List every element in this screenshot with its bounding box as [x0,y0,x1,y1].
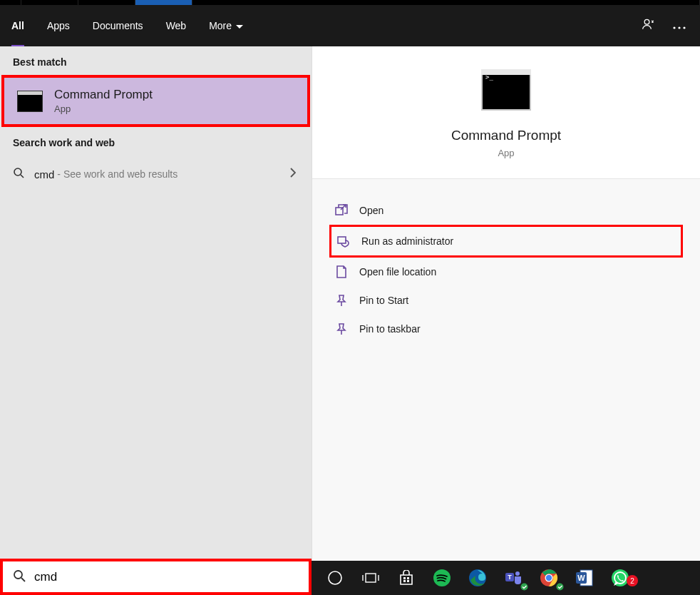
svg-point-24 [515,571,520,576]
window-top-strip [0,0,700,5]
search-header: All Apps Documents Web More [0,5,700,46]
action-pin-taskbar[interactable]: Pin to taskbar [329,315,683,343]
tab-more[interactable]: More [197,5,254,46]
taskbar-edge-icon[interactable] [460,564,495,592]
taskbar-spotify-icon[interactable] [424,564,460,592]
taskbar-cortana-icon[interactable] [317,564,353,592]
svg-point-12 [329,571,341,584]
taskbar-chrome-icon[interactable] [531,564,567,592]
search-icon [13,569,26,585]
svg-point-1 [673,26,675,29]
svg-rect-18 [403,580,406,582]
tab-web[interactable]: Web [155,5,198,46]
search-work-web-label: Search work and web [0,127,312,156]
svg-rect-17 [407,577,409,579]
action-run-as-admin[interactable]: Run as administrator [329,225,683,258]
action-run-as-admin-label: Run as administrator [361,235,453,247]
search-web-row[interactable]: cmd - See work and web results [0,156,312,193]
svg-text:W: W [577,574,585,582]
svg-point-3 [683,26,685,29]
preview-subtitle: App [312,148,700,158]
action-open-label: Open [359,205,384,216]
svg-line-5 [21,175,24,178]
more-options-icon[interactable] [673,19,686,32]
action-open-location-label: Open file location [359,266,436,278]
results-panel: Best match Command Prompt App Search wor… [0,46,312,561]
taskbar-taskview-icon[interactable] [353,564,388,592]
search-icon [13,167,24,181]
taskbar-teams-icon[interactable]: T [495,564,531,592]
chevron-down-icon [236,20,243,31]
preview-title: Command Prompt [312,128,700,143]
action-pin-taskbar-label: Pin to taskbar [359,323,421,335]
chevron-right-icon [290,168,296,180]
svg-point-29 [557,584,564,591]
svg-point-0 [644,19,649,24]
notification-badge: 2 [627,575,638,586]
svg-rect-13 [366,574,376,582]
tab-more-label: More [209,20,232,31]
best-match-label: Best match [0,46,312,75]
preview-actions: Open Run as administrator Open file loca… [312,179,700,360]
tab-documents[interactable]: Documents [81,5,155,46]
preview-panel: Command Prompt App Open Run as administr… [312,46,700,561]
search-bar[interactable] [0,559,312,595]
action-pin-start-label: Pin to Start [359,295,408,306]
web-query-hint: - See work and web results [57,168,177,180]
svg-point-2 [678,26,680,29]
svg-point-10 [14,571,22,579]
tab-all[interactable]: All [0,5,36,46]
action-open-location[interactable]: Open file location [329,258,683,286]
action-open[interactable]: Open [329,196,683,225]
svg-line-11 [21,578,25,581]
search-input[interactable] [34,570,299,584]
taskbar-word-icon[interactable]: W [567,564,602,592]
svg-point-25 [521,584,528,591]
feedback-icon[interactable] [642,17,656,34]
svg-text:T: T [508,574,512,581]
result-title: Command Prompt [54,88,153,102]
svg-point-4 [14,168,21,176]
result-subtitle: App [54,103,153,114]
web-query-text: cmd [34,168,54,180]
svg-rect-7 [338,237,346,243]
action-pin-start[interactable]: Pin to Start [329,286,683,315]
svg-point-28 [546,575,552,581]
taskbar: T W 2 [312,561,700,595]
svg-rect-19 [407,580,409,582]
tab-apps[interactable]: Apps [36,5,81,46]
filter-tabs: All Apps Documents Web More [0,5,254,46]
command-prompt-icon [17,91,43,112]
preview-app-icon [481,69,531,111]
taskbar-whatsapp-icon[interactable]: 2 [602,564,638,592]
taskbar-store-icon[interactable] [388,564,424,592]
svg-rect-16 [403,577,406,579]
result-command-prompt[interactable]: Command Prompt App [1,75,310,127]
